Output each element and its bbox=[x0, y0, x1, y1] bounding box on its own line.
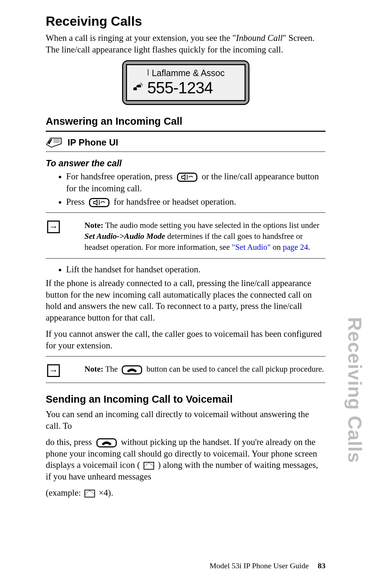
text: When a call is ringing at your extension… bbox=[46, 33, 236, 43]
hold-paragraph: If the phone is already connected to a c… bbox=[46, 278, 325, 323]
lcd-phone-number: 555-1234 bbox=[147, 78, 213, 97]
emph: Set Audio->Audio Mode bbox=[84, 232, 165, 241]
inbound-call-em: Inbound Call bbox=[236, 33, 283, 43]
lcd-number-row: 555-1234 bbox=[132, 78, 240, 97]
rule bbox=[46, 151, 325, 152]
list-item: Lift the handset for handset operation. bbox=[66, 264, 325, 276]
text: ×4). bbox=[99, 488, 113, 497]
manual-page: Receiving Calls When a call is ringing a… bbox=[0, 0, 380, 588]
speaker-handsfree-button-icon bbox=[177, 173, 197, 182]
goodbye-button-icon bbox=[122, 365, 142, 375]
lcd-illustration: ⁞ Laflamme & Assoc 555-1234 bbox=[46, 60, 325, 105]
answering-heading: Answering an Incoming Call bbox=[46, 116, 325, 127]
handset-ringing-icon bbox=[132, 82, 142, 94]
to-answer-heading: To answer the call bbox=[46, 158, 325, 168]
page-number: 83 bbox=[318, 561, 325, 570]
rule bbox=[46, 258, 325, 259]
note-text: Note: The audio mode setting you have se… bbox=[70, 220, 325, 253]
text: for handsfree or headset operation. bbox=[114, 197, 236, 206]
rule bbox=[46, 383, 325, 383]
note-label: Note: bbox=[84, 365, 103, 373]
voicemail-paragraph: If you cannot answer the call, the calle… bbox=[46, 328, 325, 351]
speaker-handsfree-button-icon bbox=[89, 198, 109, 207]
text: button can be used to cancel the call pi… bbox=[146, 365, 324, 373]
text: The bbox=[103, 365, 120, 373]
goodbye-button-icon bbox=[96, 438, 117, 447]
footer-guide-name: Model 53i IP Phone User Guide bbox=[209, 561, 309, 570]
section-title: Receiving Calls bbox=[46, 14, 325, 29]
phone-sketch-icon bbox=[46, 135, 62, 149]
note-arrow-icon: → bbox=[47, 364, 60, 377]
text: . bbox=[308, 243, 310, 252]
answer-steps-list: For handsfree operation, press or the li… bbox=[66, 171, 325, 208]
set-audio-link[interactable]: "Set Audio" bbox=[232, 243, 271, 252]
example-line: (example: ×4). bbox=[46, 487, 325, 499]
send-vm-p1: You can send an incoming call directly t… bbox=[46, 409, 325, 432]
note-block: → Note: The audio mode setting you have … bbox=[46, 218, 325, 253]
answer-steps-list-2: Lift the handset for handset operation. bbox=[66, 264, 325, 276]
text: For handsfree operation, press bbox=[66, 172, 175, 181]
text: Press bbox=[66, 197, 87, 206]
text: do this, press bbox=[46, 437, 94, 447]
page-24-link[interactable]: page 24 bbox=[283, 243, 308, 252]
note-text: Note: The button can be used to cancel t… bbox=[70, 364, 324, 375]
side-tab-title: Receiving Calls bbox=[344, 317, 366, 463]
text: on bbox=[271, 243, 283, 252]
page-footer: Model 53i IP Phone User Guide 83 bbox=[209, 561, 325, 570]
list-item: Press for handsfree or headset operation… bbox=[66, 196, 325, 208]
lcd-bezel: ⁞ Laflamme & Assoc 555-1234 bbox=[122, 60, 249, 105]
send-vm-p2: do this, press without picking up the ha… bbox=[46, 437, 325, 482]
voicemail-envelope-icon bbox=[144, 462, 154, 470]
lcd-screen: ⁞ Laflamme & Assoc 555-1234 bbox=[126, 64, 246, 101]
voicemail-envelope-icon bbox=[84, 490, 95, 497]
note-block: → Note: The button can be used to cancel… bbox=[46, 361, 325, 378]
lcd-caller-name: ⁞ Laflamme & Assoc bbox=[132, 67, 240, 78]
ip-phone-ui-label: IP Phone UI bbox=[68, 137, 118, 148]
rule bbox=[46, 212, 325, 213]
note-arrow-icon: → bbox=[47, 221, 60, 233]
send-voicemail-heading: Sending an Incoming Call to Voicemail bbox=[46, 394, 325, 405]
intro-paragraph: When a call is ringing at your extension… bbox=[46, 32, 325, 55]
list-item: For handsfree operation, press or the li… bbox=[66, 171, 325, 194]
text: The audio mode setting you have selected… bbox=[103, 221, 319, 230]
ip-phone-ui-row: IP Phone UI bbox=[46, 132, 325, 151]
rule bbox=[46, 356, 325, 357]
note-label: Note: bbox=[84, 221, 103, 230]
text: (example: bbox=[46, 488, 83, 497]
